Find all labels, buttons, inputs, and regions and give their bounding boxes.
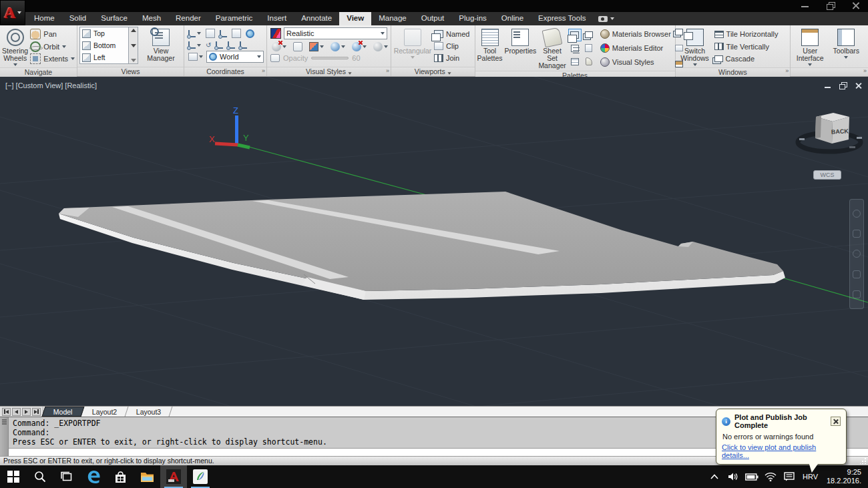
count-palette-button[interactable] bbox=[568, 42, 582, 55]
steering-wheel-nav-icon[interactable] bbox=[853, 210, 861, 218]
extents-button[interactable]: Extents bbox=[30, 53, 75, 65]
close-button[interactable] bbox=[851, 1, 861, 10]
panel-expander-icon[interactable]: » bbox=[785, 67, 789, 75]
properties-button[interactable]: Properties bbox=[505, 27, 537, 69]
panel-label-viewports[interactable]: Viewports bbox=[391, 67, 475, 76]
opacity-slider[interactable] bbox=[311, 57, 349, 59]
blocks-palette-button[interactable] bbox=[582, 29, 596, 41]
ucs-3point-button[interactable] bbox=[238, 40, 248, 50]
tab-express-tools[interactable]: Express Tools bbox=[531, 12, 593, 25]
panel-expander-icon[interactable]: » bbox=[386, 67, 389, 75]
zoom-nav-icon[interactable] bbox=[853, 250, 861, 258]
battery-icon[interactable] bbox=[744, 469, 759, 485]
calculator-button[interactable] bbox=[582, 42, 596, 55]
scroll-up-icon[interactable] bbox=[131, 29, 136, 32]
tab-solid[interactable]: Solid bbox=[62, 12, 94, 25]
ucs-face-button[interactable] bbox=[230, 27, 242, 39]
language-indicator[interactable]: HRV bbox=[801, 473, 820, 481]
ucs-z-axis-button[interactable] bbox=[214, 40, 224, 50]
viewport-minimize-button[interactable] bbox=[824, 82, 832, 89]
xray-button[interactable] bbox=[351, 41, 368, 53]
ucs-icon-display-button[interactable] bbox=[187, 51, 204, 62]
next-tab-button[interactable] bbox=[22, 408, 31, 416]
tab-home[interactable]: Home bbox=[27, 12, 62, 25]
volume-icon[interactable] bbox=[726, 469, 740, 485]
store-button[interactable] bbox=[107, 465, 134, 488]
tab-mesh[interactable]: Mesh bbox=[135, 12, 168, 25]
tile-horizontally-button[interactable]: Tile Horizontally bbox=[714, 28, 779, 40]
viewport-maximize-button[interactable] bbox=[568, 29, 582, 41]
notification-close-button[interactable] bbox=[831, 417, 841, 426]
edge-effects-button[interactable] bbox=[270, 41, 288, 53]
feather-app-taskbar-button[interactable] bbox=[187, 465, 214, 488]
ucs-z-rotate-button[interactable] bbox=[226, 40, 236, 50]
ribbon-options-button[interactable] bbox=[593, 12, 620, 25]
viewcube[interactable]: BACK bbox=[798, 113, 862, 152]
panel-label-windows[interactable]: Windows» bbox=[676, 67, 791, 77]
viewport-rectangular-button[interactable]: Rectangular bbox=[393, 27, 432, 65]
showmotion-nav-icon[interactable] bbox=[853, 290, 861, 298]
panel-label-coordinates[interactable]: Coordinates» bbox=[184, 67, 266, 76]
start-button[interactable] bbox=[0, 465, 27, 488]
wifi-icon[interactable] bbox=[763, 469, 778, 485]
tab-layout2[interactable]: Layout2 bbox=[81, 407, 128, 417]
tab-render[interactable]: Render bbox=[168, 12, 208, 25]
tab-insert[interactable]: Insert bbox=[260, 12, 294, 25]
orbit-button[interactable]: Orbit bbox=[30, 41, 75, 53]
materials-editor-button[interactable]: Materials Editor bbox=[600, 42, 671, 54]
ucs-combobox[interactable]: World bbox=[206, 51, 264, 63]
application-menu-button[interactable]: A bbox=[0, 0, 25, 25]
lighting-quality-button[interactable] bbox=[372, 41, 389, 53]
minimize-button[interactable] bbox=[800, 1, 811, 10]
view-item-top[interactable]: Top bbox=[80, 27, 128, 39]
tab-layout3[interactable]: Layout3 bbox=[126, 407, 173, 417]
tile-vertically-button[interactable]: Tile Vertically bbox=[714, 41, 779, 53]
ucs-origin-button[interactable] bbox=[218, 29, 228, 39]
viewport-clip-button[interactable]: Clip bbox=[434, 40, 469, 52]
tab-annotate[interactable]: Annotate bbox=[294, 12, 339, 25]
tab-parametric[interactable]: Parametric bbox=[208, 12, 260, 25]
tab-online[interactable]: Online bbox=[494, 12, 531, 25]
resize-grip-icon[interactable] bbox=[860, 457, 867, 464]
view-item-left[interactable]: Left bbox=[80, 51, 128, 63]
tab-view[interactable]: View bbox=[339, 12, 371, 25]
steering-wheels-button[interactable]: Steering Wheels bbox=[2, 27, 28, 66]
first-tab-button[interactable] bbox=[2, 408, 11, 416]
pan-nav-icon[interactable] bbox=[853, 230, 861, 238]
command-window-grip[interactable] bbox=[0, 417, 9, 456]
restore-button[interactable] bbox=[825, 1, 836, 10]
clipboard-button[interactable] bbox=[582, 55, 596, 68]
panel-expander-icon[interactable]: » bbox=[262, 67, 265, 75]
viewport-named-button[interactable]: Named bbox=[434, 28, 469, 40]
ucs-previous-button[interactable] bbox=[187, 40, 202, 50]
prev-tab-button[interactable] bbox=[12, 408, 21, 416]
notification-details-link[interactable]: Click to view plot and publish details..… bbox=[722, 443, 841, 459]
tab-output[interactable]: Output bbox=[414, 12, 452, 25]
pan-button[interactable]: Pan bbox=[30, 28, 75, 40]
wcs-badge[interactable]: WCS bbox=[813, 170, 841, 180]
ucs-view-button[interactable] bbox=[244, 28, 256, 39]
toolbars-button[interactable]: Toolbars bbox=[829, 27, 863, 66]
panel-label-navigate[interactable]: Navigate bbox=[0, 67, 77, 77]
tab-surface[interactable]: Surface bbox=[93, 12, 135, 25]
autocad-taskbar-button[interactable] bbox=[160, 465, 187, 488]
ucs-named-button[interactable] bbox=[187, 29, 202, 39]
markup-button[interactable] bbox=[568, 55, 582, 68]
edge-browser-button[interactable] bbox=[80, 465, 107, 488]
orbit-nav-icon[interactable] bbox=[853, 270, 861, 278]
isolines-button[interactable] bbox=[292, 41, 304, 53]
panel-label-views[interactable]: Views bbox=[77, 67, 184, 76]
viewport-restore-button[interactable] bbox=[839, 82, 847, 89]
notifications-icon[interactable] bbox=[782, 469, 797, 485]
panel-expander-icon[interactable]: » bbox=[863, 67, 867, 75]
view-manager-button[interactable]: View Manager bbox=[140, 27, 182, 65]
last-tab-button[interactable] bbox=[32, 408, 41, 416]
panel-label-visual-styles[interactable]: Visual Styles» bbox=[267, 67, 391, 76]
cascade-button[interactable]: Cascade bbox=[714, 53, 779, 65]
ucs-undo-button[interactable]: ↺ bbox=[204, 40, 212, 50]
ucs-world-button[interactable] bbox=[204, 27, 216, 39]
views-list-scrollbar[interactable] bbox=[129, 27, 138, 64]
scroll-down-icon[interactable] bbox=[131, 44, 136, 47]
tab-manage[interactable]: Manage bbox=[371, 12, 414, 25]
viewport-join-button[interactable]: Join bbox=[434, 52, 469, 64]
